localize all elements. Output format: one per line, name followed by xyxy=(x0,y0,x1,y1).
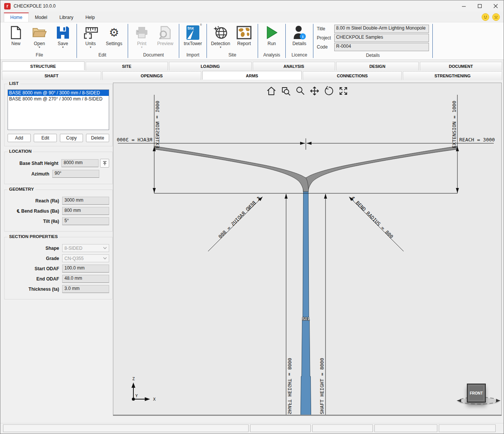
tab-connections[interactable]: CONNECTIONS xyxy=(303,71,402,80)
ribbon-separator xyxy=(179,24,179,58)
dropdown-caret-icon: ▾ xyxy=(141,46,142,49)
status-cell xyxy=(3,425,249,432)
menu-home[interactable]: Home xyxy=(4,13,29,22)
list-item[interactable]: BASE 8000 mm @ 270° / 3000 mm / 8-SIDED xyxy=(8,96,109,102)
menu-library[interactable]: Library xyxy=(53,13,80,22)
reach-field[interactable]: 3000 mm xyxy=(62,197,109,205)
start-odaf-field[interactable]: 100.0 mm xyxy=(62,265,109,273)
project-field-label: Project xyxy=(317,35,334,41)
bend-radius-field[interactable]: 800 mm xyxy=(62,207,109,215)
bottom-gap xyxy=(0,417,504,423)
ribbon-group-label: Details xyxy=(317,52,429,59)
ribbon-group-label: Analysis xyxy=(261,52,283,59)
ribbon-group-licence: i Details Licence xyxy=(286,22,313,60)
minimize-button[interactable] xyxy=(456,0,472,12)
azimuth-field[interactable]: 90° xyxy=(52,170,99,178)
list-item[interactable]: BASE 8000 mm @ 90° / 3000 mm / 8-SIDED xyxy=(8,90,109,96)
home-view-icon[interactable] xyxy=(266,86,276,96)
grade-dropdown[interactable]: CN-Q355 xyxy=(62,254,109,262)
thickness-label: Thickness (ta) xyxy=(8,287,62,292)
ribbon-group-import: tnx® tnxTower Import xyxy=(180,22,206,60)
view-toolbar xyxy=(266,86,348,96)
list-group-title: LIST xyxy=(8,81,20,86)
shape-dropdown[interactable]: 8-SIDED xyxy=(62,244,109,252)
maximize-icon xyxy=(477,4,482,8)
ribbon-separator xyxy=(77,24,77,58)
tab-site[interactable]: SITE xyxy=(86,62,168,71)
section-properties-title: SECTION PROPERTIES xyxy=(8,234,59,239)
tab-strengthening[interactable]: STRENGTHENING xyxy=(403,71,502,80)
ribbon-group-edit: Units ▾ ⚙ Settings Edit xyxy=(77,22,127,60)
open-button[interactable]: Open ▾ xyxy=(28,24,50,52)
window-title: CHECKPOLE 10.0.0 xyxy=(14,3,56,9)
project-field[interactable]: CHECKPOLE Samples xyxy=(334,34,429,42)
ribbon-group-label: Import xyxy=(182,52,204,59)
pan-icon[interactable] xyxy=(310,86,319,96)
app-logo-icon: r xyxy=(4,3,11,9)
close-icon xyxy=(493,4,498,8)
feedback-happy-icon[interactable] xyxy=(482,13,489,21)
tab-arms[interactable]: ARMS xyxy=(202,71,302,80)
rotate-icon[interactable] xyxy=(324,86,334,96)
new-button[interactable]: New xyxy=(5,24,27,52)
fit-to-screen-icon[interactable] xyxy=(338,86,348,96)
code-field[interactable]: R-0004 xyxy=(334,43,429,51)
close-button[interactable] xyxy=(488,0,504,12)
ribbon-separator xyxy=(258,24,258,58)
ribbon-separator xyxy=(285,24,286,58)
settings-button[interactable]: ⚙ Settings xyxy=(103,24,125,52)
run-play-icon xyxy=(266,25,278,40)
monopole-drawing xyxy=(113,83,502,415)
tilt-label: Tilt (θa) xyxy=(8,219,62,224)
tab-design[interactable]: DESIGN xyxy=(336,62,419,71)
copy-button[interactable]: Copy xyxy=(60,134,83,142)
maximize-button[interactable] xyxy=(472,0,488,12)
axis-x-label: X xyxy=(153,397,156,402)
title-field[interactable]: 8.00 m Steel Double-Arm Lighting Monopol… xyxy=(334,25,429,33)
base-shaft-height-field[interactable]: 8000 mm xyxy=(61,159,99,167)
licence-person-icon: i xyxy=(293,25,306,40)
thickness-field[interactable]: 3.0 mm xyxy=(62,285,109,293)
tab-loading[interactable]: LOADING xyxy=(169,62,252,71)
tab-analysis[interactable]: ANALYSIS xyxy=(253,62,335,71)
tab-structure[interactable]: STRUCTURE xyxy=(2,61,85,70)
chevron-down-icon xyxy=(103,247,107,249)
location-groupbox: LOCATION Base Shaft Height 8000 mm Azimu… xyxy=(4,152,113,184)
details-button[interactable]: i Details xyxy=(288,24,310,52)
delete-button[interactable]: Delete xyxy=(86,134,109,142)
zoom-window-icon[interactable] xyxy=(281,86,291,96)
report-button[interactable]: Report xyxy=(233,24,255,52)
zoom-icon[interactable] xyxy=(295,86,305,96)
tilt-field[interactable]: 5° xyxy=(62,217,109,225)
ribbon-separator xyxy=(313,24,313,58)
tab-shaft[interactable]: SHAFT xyxy=(2,71,101,80)
feedback-sad-icon[interactable] xyxy=(492,13,500,21)
start-odaf-label: Start ODAF xyxy=(8,266,62,271)
arms-listbox[interactable]: BASE 8000 mm @ 90° / 3000 mm / 8-SIDED B… xyxy=(8,89,109,130)
detection-button[interactable]: Detection ▾ xyxy=(210,24,232,52)
dropdown-caret-icon: ▾ xyxy=(62,46,64,49)
save-button[interactable]: Save ▾ xyxy=(52,24,74,52)
base-shaft-height-label: Base Shaft Height xyxy=(8,161,61,166)
edit-button[interactable]: Edit xyxy=(34,134,57,142)
run-button[interactable]: Run xyxy=(261,24,283,52)
tab-openings[interactable]: OPENINGS xyxy=(102,71,202,80)
drawing-viewport[interactable]: REACH = 3000 EXTENSION = 1000 ℄ BEND RAD… xyxy=(113,83,502,416)
ribbon-group-label: Licence xyxy=(288,52,310,59)
add-button[interactable]: Add xyxy=(8,134,31,142)
dropdown-caret-icon: ▾ xyxy=(39,46,40,49)
title-field-label: Title xyxy=(317,26,334,31)
print-button: Print ▾ xyxy=(131,24,153,52)
units-button[interactable]: Units ▾ xyxy=(80,24,102,52)
ribbon-group-site: Detection ▾ Report Site xyxy=(207,22,257,60)
tab-document[interactable]: DOCUMENT xyxy=(420,62,502,71)
menu-help[interactable]: Help xyxy=(79,13,101,22)
tnxtower-button[interactable]: tnx® tnxTower xyxy=(182,24,204,52)
end-odaf-field[interactable]: 48.0 mm xyxy=(62,275,109,283)
properties-panel: LIST BASE 8000 mm @ 90° / 3000 mm / 8-SI… xyxy=(4,80,113,305)
grade-label: Grade xyxy=(8,256,62,261)
snap-to-top-button[interactable] xyxy=(100,159,109,168)
view-cube-front[interactable]: FRONT xyxy=(467,384,486,403)
ribbon-group-label: Edit xyxy=(80,52,125,59)
menu-model[interactable]: Model xyxy=(29,13,53,22)
